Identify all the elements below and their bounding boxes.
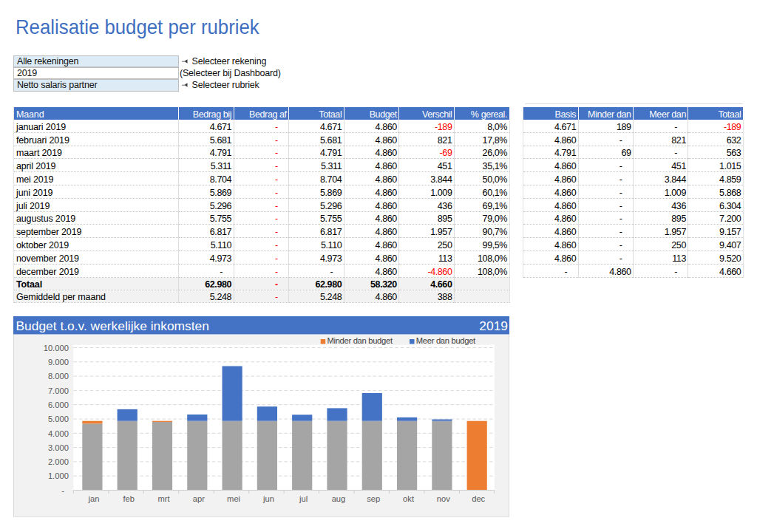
svg-text:jan: jan (87, 494, 99, 503)
svg-text:-: - (61, 486, 64, 495)
svg-text:jun: jun (262, 494, 274, 503)
svg-text:okt: okt (403, 494, 415, 503)
svg-text:9.000: 9.000 (48, 358, 69, 366)
svg-text:Meer dan budget: Meer dan budget (416, 337, 476, 346)
svg-text:Budget t.o.v. werkelijke inkom: Budget t.o.v. werkelijke inkomsten (16, 319, 209, 334)
svg-text:mrt: mrt (157, 494, 170, 503)
svg-text:feb: feb (123, 494, 135, 503)
svg-text:8.000: 8.000 (48, 372, 69, 381)
svg-text:nov: nov (437, 494, 450, 503)
svg-text:6.000: 6.000 (48, 400, 69, 409)
svg-text:mei: mei (227, 494, 240, 503)
svg-text:5.000: 5.000 (48, 415, 69, 424)
svg-text:7.000: 7.000 (48, 386, 69, 395)
svg-text:2019: 2019 (479, 319, 508, 334)
svg-text:3.000: 3.000 (48, 443, 69, 452)
svg-text:dec: dec (472, 494, 485, 503)
svg-text:4.000: 4.000 (48, 429, 69, 438)
svg-text:1.000: 1.000 (48, 472, 69, 481)
svg-text:sep: sep (367, 494, 380, 503)
svg-text:jul: jul (299, 494, 308, 503)
svg-text:aug: aug (332, 494, 346, 503)
svg-text:10.000: 10.000 (44, 344, 69, 352)
svg-text:apr: apr (193, 494, 205, 503)
svg-text:Minder dan budget: Minder dan budget (327, 337, 393, 346)
svg-text:2.000: 2.000 (48, 458, 69, 467)
